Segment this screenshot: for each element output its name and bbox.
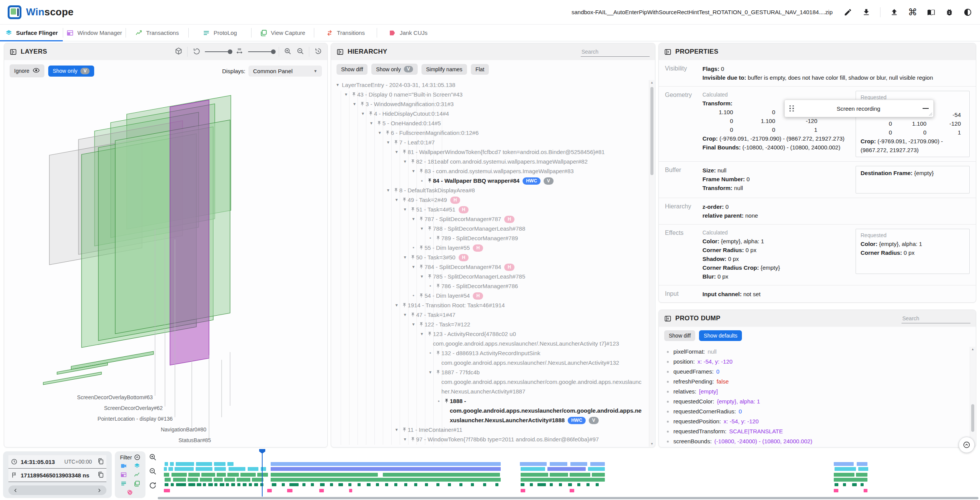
copy-icon[interactable] xyxy=(97,458,104,466)
pin-icon[interactable] xyxy=(418,214,425,224)
tree-node[interactable]: ▼3 - WindowedMagnification:0:31#3 xyxy=(350,99,647,109)
tree-node[interactable]: ▼787 - SplitDecorManager#787H xyxy=(409,214,647,224)
pin-icon[interactable] xyxy=(392,185,399,195)
pin-icon[interactable] xyxy=(418,262,425,272)
dark-mode-icon[interactable] xyxy=(963,8,972,17)
ignore-button[interactable]: Ignore xyxy=(10,64,44,77)
collapse-timeline-button[interactable] xyxy=(959,437,975,453)
expand-arrow-icon[interactable]: ▼ xyxy=(367,118,376,128)
ns-time-row[interactable]: 1711895465013903348 ns xyxy=(8,469,106,482)
expand-arrow-icon[interactable]: ▼ xyxy=(384,138,392,147)
download-icon[interactable] xyxy=(862,8,871,17)
pin-icon[interactable] xyxy=(418,243,425,252)
reset-view-icon[interactable] xyxy=(314,47,322,57)
expand-arrow-icon[interactable]: ▼ xyxy=(418,224,426,233)
collapse-panel-icon[interactable] xyxy=(336,48,344,56)
pin-icon[interactable] xyxy=(350,90,357,99)
show-only-button[interactable]: Show only V xyxy=(48,66,95,77)
scroll-up-icon[interactable]: ▲ xyxy=(970,347,975,352)
expand-arrow-icon[interactable]: ▼ xyxy=(376,128,384,138)
expand-arrow-icon[interactable]: ▼ xyxy=(342,90,350,99)
pin-icon[interactable] xyxy=(376,118,382,128)
scrollbar-thumb[interactable] xyxy=(971,404,974,432)
expand-arrow-icon[interactable]: ▼ xyxy=(401,157,409,166)
pin-icon[interactable] xyxy=(434,233,441,243)
tab-transitions[interactable]: Transitions xyxy=(314,25,377,41)
tree-node[interactable]: •789 - SplitDecorManager#789 xyxy=(426,233,647,243)
pin-icon[interactable] xyxy=(426,272,433,281)
expand-arrow-icon[interactable]: ▼ xyxy=(384,185,392,195)
zoom-in-icon[interactable] xyxy=(149,453,157,461)
tree-node[interactable]: ▼82 - 181eabf com.android.systemui.wallp… xyxy=(401,157,647,166)
surface-flinger-filter-icon[interactable] xyxy=(134,462,140,469)
pin-icon[interactable] xyxy=(426,176,433,185)
pin-icon[interactable] xyxy=(409,310,416,320)
upload-icon[interactable] xyxy=(890,8,899,17)
collapse-filter-icon[interactable] xyxy=(134,454,140,461)
hierarchy-search-input[interactable] xyxy=(581,47,650,57)
pin-icon[interactable] xyxy=(367,109,374,118)
scroll-down-icon[interactable]: ▼ xyxy=(649,441,655,447)
pin-icon[interactable] xyxy=(401,300,408,310)
expand-arrow-icon[interactable]: ▼ xyxy=(409,320,418,329)
timeline-range-bar[interactable] xyxy=(158,497,978,499)
reset-zoom-icon[interactable] xyxy=(149,481,157,490)
tree-node[interactable]: ▼83 - com.android.systemui.wallpapers.Im… xyxy=(409,166,647,176)
pin-icon[interactable] xyxy=(392,138,399,147)
expand-arrow-icon[interactable]: ▼ xyxy=(401,434,409,444)
timeline-canvas[interactable] xyxy=(161,449,980,496)
expand-arrow-icon[interactable]: ▼ xyxy=(401,310,409,320)
tab-surface-flinger[interactable]: Surface Flinger xyxy=(0,25,63,41)
view-capture-filter-icon[interactable] xyxy=(134,480,140,487)
tree-node[interactable]: •55 - Dim layer#55H xyxy=(409,243,647,252)
tab-protolog[interactable]: ProtoLog xyxy=(188,25,251,41)
pin-icon[interactable] xyxy=(434,367,441,377)
previous-frame-icon[interactable] xyxy=(13,488,18,493)
expand-arrow-icon[interactable]: ▼ xyxy=(418,272,426,281)
pin-icon[interactable] xyxy=(409,252,416,262)
expand-arrow-icon[interactable]: ▼ xyxy=(392,147,401,157)
tree-node[interactable]: ▼50 - Task=3#50H xyxy=(401,252,647,262)
next-frame-icon[interactable] xyxy=(96,488,102,493)
pin-icon[interactable] xyxy=(418,166,425,176)
resize-handle-icon[interactable] xyxy=(929,112,933,116)
transactions-filter-icon[interactable] xyxy=(134,471,140,478)
pin-icon[interactable] xyxy=(409,205,416,214)
collapse-panel-icon[interactable] xyxy=(664,48,671,56)
tree-node[interactable]: •786 - SplitDecorManager#786 xyxy=(426,281,647,291)
tab-transactions[interactable]: Transactions xyxy=(126,25,188,41)
window-manager-filter-icon[interactable] xyxy=(120,471,127,478)
report-bug-icon[interactable] xyxy=(945,8,954,17)
pin-icon[interactable] xyxy=(359,99,366,109)
pin-icon[interactable] xyxy=(434,281,441,291)
expand-arrow-icon[interactable]: ▼ xyxy=(401,205,409,214)
tree-node[interactable]: ▼785 - SplitDecorManagerLeash#785 xyxy=(418,272,647,281)
tree-node[interactable]: ▼47 - Task=1#47 xyxy=(401,310,647,320)
show-diff-button[interactable]: Show diff xyxy=(336,64,368,75)
documentation-icon[interactable] xyxy=(926,8,936,17)
zoom-out-icon[interactable] xyxy=(149,467,157,475)
proto-search-input[interactable] xyxy=(902,314,970,323)
tree-node[interactable]: ▼1914 - Transition Root: Task=46#1914 xyxy=(392,300,647,310)
copy-icon[interactable] xyxy=(97,471,104,479)
tree-node[interactable]: ▼123 - ActivityRecord{4788c02 u0 com.goo… xyxy=(418,329,647,348)
pin-icon[interactable] xyxy=(426,329,433,339)
layer-rect[interactable] xyxy=(71,351,154,369)
simplify-names-button[interactable]: Simplify names xyxy=(421,64,467,75)
displays-select[interactable]: Common Panel ▼ xyxy=(248,66,322,77)
pin-icon[interactable] xyxy=(426,224,433,233)
drag-handle-icon[interactable] xyxy=(789,105,794,112)
keyboard-shortcuts-icon[interactable]: ⌘ xyxy=(908,8,917,17)
scrollbar-thumb[interactable] xyxy=(650,87,653,175)
tree-node[interactable]: ▼97 - WindowToken{7f78b6b type=2011 andr… xyxy=(401,434,647,444)
tree-node[interactable]: ▼81 - WallpaperWindowToken{fcfbcd7 token… xyxy=(392,147,647,157)
expand-arrow-icon[interactable]: ▼ xyxy=(426,367,434,377)
pin-icon[interactable] xyxy=(409,434,416,444)
hierarchy-scrollbar[interactable]: ▲ ▼ xyxy=(649,80,655,447)
tree-node[interactable]: •132 - d886913 ActivityRecordInputSink c… xyxy=(426,348,647,367)
flat-button[interactable]: Flat xyxy=(471,64,489,75)
expand-arrow-icon[interactable]: ▼ xyxy=(392,300,401,310)
rotation-slider[interactable] xyxy=(205,51,231,52)
zoom-in-icon[interactable] xyxy=(284,47,292,57)
layer-rect[interactable] xyxy=(170,100,209,365)
